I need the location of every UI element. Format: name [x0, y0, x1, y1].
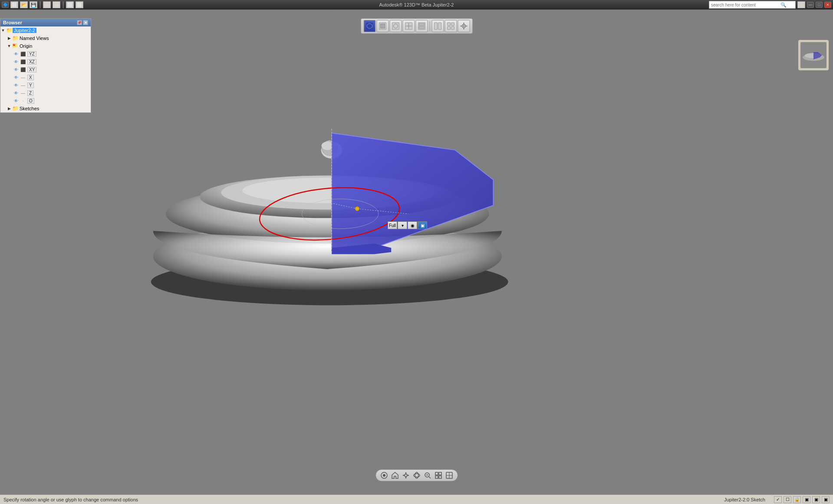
eye-icon-x: 👁 [13, 74, 20, 81]
minimize-button[interactable]: — [807, 2, 814, 8]
svg-rect-13 [438, 23, 441, 30]
nav-cube[interactable] [798, 40, 829, 70]
menu-btn-save[interactable]: 💾 [30, 1, 37, 8]
toggle-origin[interactable]: ▼ [7, 43, 12, 49]
toolbar-btn-split2[interactable] [431, 20, 444, 32]
svg-rect-56 [439, 472, 441, 475]
bottom-btn-display[interactable] [444, 471, 454, 480]
eye-icon-xy: 👁 [13, 66, 20, 73]
status-file-info: Jupiter2-2:0 Sketch [724, 497, 765, 502]
browser-close-btn[interactable]: ✕ [83, 20, 88, 25]
bottom-btn-zoom[interactable] [423, 471, 432, 480]
point-icon-o: · [20, 97, 26, 104]
tree-item-xz[interactable]: 👁 ⬛ XZ [13, 58, 91, 66]
eye-icon-o: 👁 [13, 97, 20, 104]
axis-icon-z: — [20, 89, 26, 96]
menu-btn-extra1[interactable]: ⬜ [66, 1, 74, 8]
toggle-namedviews[interactable]: ▶ [7, 36, 12, 41]
float-toolbar: Full ▾ ◉ ▣ [388, 221, 427, 229]
tree-item-xy[interactable]: 👁 ⬛ XY [13, 66, 91, 73]
menu-btn-undo[interactable]: ↩ [43, 1, 51, 8]
status-btn-view[interactable]: ☐ [784, 496, 791, 503]
titlebar-left: 🔷 ⬜ 📂 💾 ↩ ↪ ⬜ ⬜ [2, 1, 83, 8]
toolbar-btn-back[interactable] [389, 20, 402, 32]
status-btn-display3[interactable]: ▣ [822, 496, 830, 503]
bottom-btn-fit[interactable] [379, 471, 389, 480]
maximize-button[interactable]: □ [816, 2, 823, 8]
menu-sep2 [63, 1, 63, 8]
toolbar-btn-front[interactable] [376, 20, 389, 32]
toolbar-btn-settings[interactable] [458, 20, 470, 32]
toggle-jupiter[interactable]: ▼ [0, 28, 6, 33]
tree-item-o[interactable]: 👁 · O [13, 97, 91, 105]
bottom-btn-pan[interactable] [401, 471, 411, 480]
tree-item-jupiter[interactable]: ▼ 📁 Jupiter2-2 [0, 26, 91, 34]
svg-point-50 [415, 472, 418, 478]
status-btn-check[interactable]: ✓ [774, 496, 782, 503]
bottom-btn-home[interactable] [390, 471, 400, 480]
tree-label-xz: XZ [27, 59, 36, 65]
svg-rect-11 [419, 26, 424, 29]
status-right-buttons: ✓ ☐ 🔒 ▣ ▣ ▣ [774, 496, 830, 503]
status-btn-display1[interactable]: ▣ [803, 496, 810, 503]
svg-point-49 [414, 474, 420, 477]
toggle-sketches[interactable]: ▶ [7, 106, 12, 111]
browser-label: Browser [3, 20, 22, 25]
search-bar[interactable]: 🔍 [709, 1, 796, 9]
toolbar-btn-right[interactable] [415, 20, 428, 32]
tree-label-o: O [27, 98, 34, 104]
toolbar-btn-split4[interactable] [444, 20, 457, 32]
svg-rect-3 [380, 24, 385, 28]
tree-label-yz: YZ [27, 51, 36, 57]
eye-icon-y: 👁 [13, 82, 20, 89]
search-icon: 🔍 [780, 2, 787, 8]
browser-panel: Browser 📌 ✕ ▼ 📁 Jupiter2-2 ▶ 📁 Named Vie… [0, 18, 91, 113]
plane-icon-xz: ⬛ [20, 58, 26, 65]
svg-point-46 [383, 474, 385, 477]
toolbar-btn-top[interactable] [402, 20, 415, 32]
browser-title-buttons: 📌 ✕ [77, 20, 88, 25]
menu-btn-redo[interactable]: ↪ [53, 1, 60, 8]
tree-item-sketches[interactable]: ▶ 📁 Sketches [7, 105, 91, 112]
float-btn-full[interactable]: Full [388, 221, 397, 229]
tree-label-origin: Origin [19, 43, 32, 49]
svg-rect-14 [447, 23, 450, 26]
menu-btn-extra2[interactable]: ⬜ [76, 1, 83, 8]
svg-rect-16 [447, 26, 450, 30]
toolbar-btn-view3d[interactable] [363, 20, 375, 32]
tree-item-y[interactable]: 👁 — Y [13, 81, 91, 89]
bottom-btn-orbit[interactable] [412, 471, 421, 480]
tree-label-x: X [27, 75, 34, 80]
close-button[interactable]: ✕ [824, 2, 831, 8]
float-btn-dropdown[interactable]: ▾ [398, 221, 407, 229]
tree-item-x[interactable]: 👁 — X [13, 73, 91, 81]
status-info: Jupiter2-2:0 Sketch [724, 497, 765, 502]
float-btn-icon1[interactable]: ◉ [408, 221, 417, 229]
menu-btn-new[interactable]: ⬜ [10, 1, 18, 8]
titlebar-title: Autodesk® 123D™ Beta Jupiter2-2 [379, 2, 454, 7]
axis-icon-y: — [20, 82, 26, 89]
scene-svg [0, 18, 833, 494]
bottom-btn-snap[interactable] [434, 471, 443, 480]
svg-rect-17 [451, 26, 454, 30]
float-btn-icon2[interactable]: ▣ [418, 221, 427, 229]
tree-item-namedviews[interactable]: ▶ 📁 Named Views [7, 34, 91, 42]
menu-btn-open[interactable]: 📂 [20, 1, 28, 8]
status-btn-display2[interactable]: ▣ [812, 496, 820, 503]
svg-rect-55 [435, 472, 438, 475]
browser-pin-btn[interactable]: 📌 [77, 20, 82, 25]
tree-item-yz[interactable]: 👁 ⬛ YZ [13, 50, 91, 58]
tree-item-origin[interactable]: ▼ 📁 ✕ Origin [7, 42, 91, 50]
tree-label-sketches: Sketches [19, 106, 39, 111]
tree-item-z[interactable]: 👁 — Z [13, 89, 91, 97]
help-btn[interactable]: ? [797, 1, 805, 8]
search-input[interactable] [711, 3, 780, 7]
viewport[interactable]: Full ▾ ◉ ▣ [0, 18, 833, 494]
eye-icon-z: 👁 [13, 89, 20, 96]
menu-sep1 [40, 1, 40, 8]
status-btn-lock[interactable]: 🔒 [793, 496, 801, 503]
svg-rect-10 [419, 23, 424, 26]
eye-icon-xz: 👁 [13, 58, 20, 65]
tree-label-y: Y [27, 82, 34, 88]
axis-icon-x: — [20, 74, 26, 81]
